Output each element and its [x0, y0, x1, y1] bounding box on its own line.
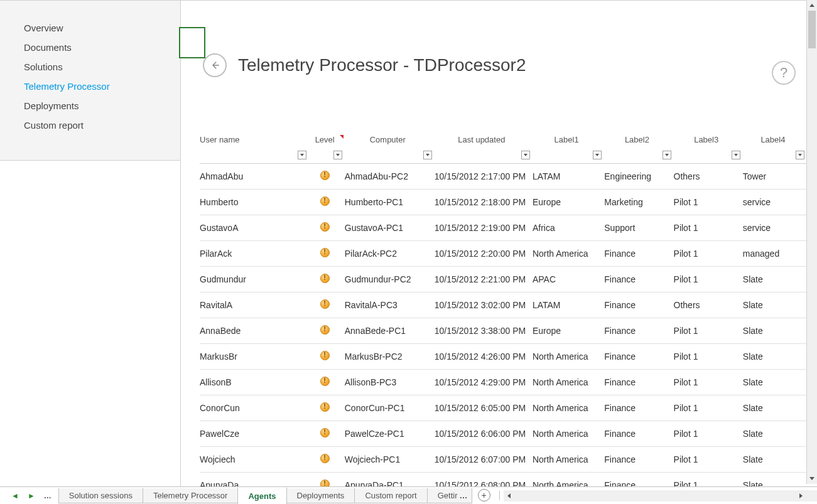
cell-label1: LATAM — [533, 292, 604, 318]
filter-dropdown-icon[interactable] — [298, 151, 306, 159]
scroll-down-icon[interactable] — [807, 473, 817, 484]
page-title: Telemetry Processor - TDProcessor2 — [238, 55, 526, 75]
cell-last-updated: 10/15/2012 6:07:00 PM — [435, 447, 533, 473]
table-row[interactable]: ConorCunConorCun-PC110/15/2012 6:05:00 P… — [200, 395, 807, 421]
sidebar-item-overview[interactable]: Overview — [0, 18, 180, 38]
col-header-label2[interactable]: Label2 — [604, 126, 673, 164]
filter-dropdown-icon[interactable] — [423, 151, 432, 159]
cell-level — [309, 395, 345, 421]
cell-level — [309, 215, 345, 241]
tab-scroll-left-icon[interactable]: ◄ — [11, 491, 19, 500]
cell-label2: Engineering — [604, 164, 673, 190]
cell-label1: LATAM — [533, 164, 604, 190]
cell-user: Humberto — [200, 190, 309, 215]
cell-computer: AllisonB-PC3 — [345, 370, 435, 395]
cell-label1: North America — [533, 241, 604, 267]
scroll-right-icon[interactable] — [796, 490, 806, 501]
tab-nav-more-icon[interactable]: … — [44, 491, 52, 500]
tab-custom-report[interactable]: Custom report — [354, 488, 427, 503]
cell-computer: RavitalA-PC3 — [345, 292, 435, 318]
table-row[interactable]: AllisonBAllisonB-PC310/15/2012 4:29:00 P… — [200, 370, 807, 395]
warning-icon — [320, 248, 330, 257]
scroll-thumb[interactable] — [808, 11, 816, 48]
sidebar-item-telemetry-processor[interactable]: Telemetry Processor — [0, 77, 180, 96]
col-header-label4[interactable]: Label4 — [743, 126, 807, 164]
sidebar-item-deployments[interactable]: Deployments — [0, 96, 180, 115]
cell-label4: Tower — [743, 164, 807, 190]
sidebar-item-documents[interactable]: Documents — [0, 38, 180, 57]
warning-icon — [320, 454, 330, 463]
cell-computer: MarkusBr-PC2 — [345, 344, 435, 370]
col-header-label: Label1 — [555, 135, 579, 144]
table-row[interactable]: HumbertoHumberto-PC110/15/2012 2:18:00 P… — [200, 190, 807, 215]
cell-computer: Gudmundur-PC2 — [345, 267, 435, 292]
cell-user: PawelCze — [200, 421, 309, 447]
filter-dropdown-icon[interactable] — [521, 151, 530, 159]
sheet-tabs: Solution sessions Telemetry Processor Ag… — [58, 487, 472, 504]
back-button[interactable] — [203, 53, 227, 77]
table-row[interactable]: AhmadAbuAhmadAbu-PC210/15/2012 2:17:00 P… — [200, 164, 807, 190]
col-header-last-updated[interactable]: Last updated — [435, 126, 533, 164]
tab-agents[interactable]: Agents — [237, 487, 286, 504]
vertical-scrollbar[interactable] — [806, 0, 817, 484]
table-row[interactable]: WojciechWojciech-PC110/15/2012 6:07:00 P… — [200, 447, 807, 473]
cell-label2: Finance — [604, 292, 673, 318]
cell-level — [309, 190, 345, 215]
agents-table: User name Level Computer Last updated La… — [200, 126, 807, 486]
warning-icon — [320, 402, 330, 412]
table-row[interactable]: GudmundurGudmundur-PC210/15/2012 2:21:00… — [200, 267, 807, 292]
cell-computer: AhmadAbu-PC2 — [345, 164, 435, 190]
scroll-up-icon[interactable] — [807, 0, 817, 11]
col-header-label: Label3 — [694, 135, 718, 144]
tab-getting-started[interactable]: Gettir… — [427, 488, 472, 503]
horizontal-scrollbar[interactable] — [504, 490, 806, 501]
cell-user: Gudmundur — [200, 267, 309, 292]
col-header-label1[interactable]: Label1 — [533, 126, 604, 164]
col-header-label3[interactable]: Label3 — [674, 126, 743, 164]
cell-label2: Finance — [604, 473, 673, 487]
table-row[interactable]: MarkusBrMarkusBr-PC210/15/2012 4:26:00 P… — [200, 344, 807, 370]
app-root: Overview Documents Solutions Telemetry P… — [0, 0, 817, 504]
table-row[interactable]: AnnaBedeAnnaBede-PC110/15/2012 3:38:00 P… — [200, 318, 807, 344]
col-header-label: Label4 — [760, 135, 785, 144]
cell-label1: APAC — [533, 267, 604, 292]
table-row[interactable]: GustavoAGustavoA-PC110/15/2012 2:19:00 P… — [200, 215, 807, 241]
scroll-left-icon[interactable] — [504, 490, 514, 501]
table-row[interactable]: RavitalARavitalA-PC310/15/2012 3:02:00 P… — [200, 292, 807, 318]
new-sheet-button[interactable]: + — [478, 489, 490, 501]
sheet-tab-strip: ◄ ► … Solution sessions Telemetry Proces… — [0, 486, 817, 504]
cell-level — [309, 344, 345, 370]
selected-cell-outline[interactable] — [179, 27, 205, 58]
tab-telemetry-processor[interactable]: Telemetry Processor — [143, 488, 238, 503]
cell-last-updated: 10/15/2012 2:20:00 PM — [435, 241, 533, 267]
col-header-computer[interactable]: Computer — [345, 126, 435, 164]
divider — [499, 491, 500, 500]
cell-level — [309, 447, 345, 473]
filter-dropdown-icon[interactable] — [663, 151, 671, 159]
filter-dropdown-icon[interactable] — [732, 151, 740, 159]
filter-dropdown-icon[interactable] — [333, 151, 342, 159]
table-row[interactable]: PilarAckPilarAck-PC210/15/2012 2:20:00 P… — [200, 241, 807, 267]
sidebar-item-custom-report[interactable]: Custom report — [0, 115, 180, 135]
tab-solution-sessions[interactable]: Solution sessions — [58, 488, 143, 503]
cell-last-updated: 10/15/2012 2:19:00 PM — [435, 215, 533, 241]
filter-dropdown-icon[interactable] — [593, 151, 602, 159]
cell-last-updated: 10/15/2012 6:06:00 PM — [435, 421, 533, 447]
cell-computer: PilarAck-PC2 — [345, 241, 435, 267]
cell-label2: Marketing — [604, 190, 673, 215]
warning-icon — [320, 325, 330, 335]
table-row[interactable]: PawelCzePawelCze-PC110/15/2012 6:06:00 P… — [200, 421, 807, 447]
tab-scroll-right-icon[interactable]: ► — [28, 491, 35, 500]
sidebar-item-solutions[interactable]: Solutions — [0, 57, 180, 77]
tab-deployments[interactable]: Deployments — [286, 488, 355, 503]
cell-computer: ConorCun-PC1 — [345, 395, 435, 421]
cell-label1: Europe — [533, 318, 604, 344]
cell-label4: Slate — [743, 344, 807, 370]
filter-dropdown-icon[interactable] — [796, 151, 804, 159]
col-header-user[interactable]: User name — [200, 126, 309, 164]
table-row[interactable]: ApurvaDaApurvaDa-PC110/15/2012 6:08:00 P… — [200, 473, 807, 487]
help-button[interactable]: ? — [772, 61, 796, 85]
col-header-label: User name — [200, 135, 240, 144]
cell-label3: Pilot 1 — [674, 473, 743, 487]
col-header-level[interactable]: Level — [309, 126, 345, 164]
